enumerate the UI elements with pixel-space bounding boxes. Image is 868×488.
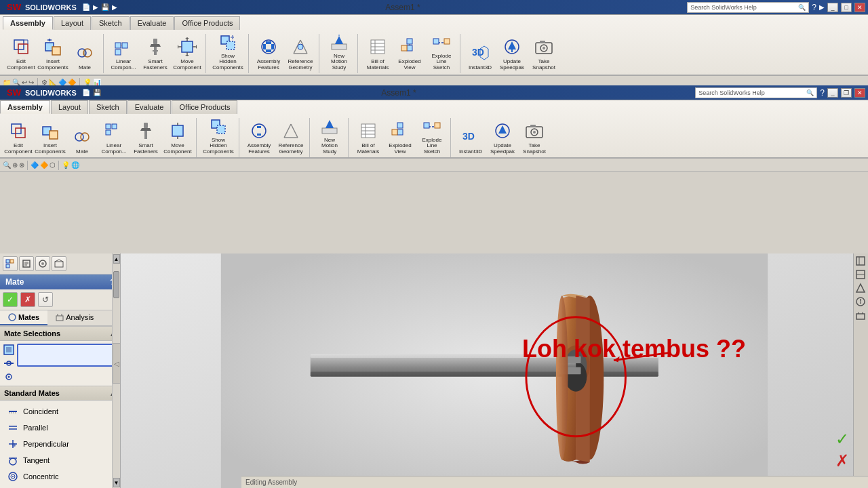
bg-tab-evaluate[interactable]: Evaluate	[130, 16, 174, 30]
bg-btn-linear[interactable]: Linear Compon...	[108, 34, 139, 73]
panel-icon-1[interactable]	[3, 256, 18, 271]
inner-btn-bill[interactable]: Bill of Materials	[353, 118, 384, 157]
inner-search[interactable]: Search SolidWorks Help 🔍	[695, 87, 817, 98]
inner-btn-snapshot[interactable]: Take Snapshot	[519, 118, 550, 157]
bg-btn-show-hidden[interactable]: Show Hidden Components	[210, 34, 245, 73]
bg-btn-assembly-features[interactable]: Assembly Features	[253, 34, 284, 73]
svg-rect-54	[433, 39, 439, 44]
mate-selection-box[interactable]	[17, 344, 117, 367]
inner-snapshot-icon	[525, 121, 544, 140]
mate-selections-header[interactable]: Mate Selections ▲	[0, 326, 120, 341]
mate-item-lock[interactable]: Lock	[4, 485, 116, 488]
mate-item-perpendicular[interactable]: Perpendicular	[4, 436, 116, 452]
config-icon	[38, 259, 47, 268]
svg-point-124	[9, 314, 16, 321]
inner-tab-assembly[interactable]: Assembly	[0, 100, 50, 114]
bg-btn-smart-fasteners[interactable]: Smart Fasteners	[140, 34, 171, 73]
bg-maximize-btn[interactable]: □	[841, 3, 852, 12]
inner-tool-group-5: Bill of Materials Exploded View	[350, 118, 451, 157]
right-icon-4[interactable]	[854, 296, 867, 308]
bg-btn-move-component[interactable]: Move Component	[172, 34, 203, 73]
bg-ribbon-tabs: Assembly Layout Sketch Evaluate Office P…	[3, 16, 865, 30]
panel-collapse-btn[interactable]: ◁	[113, 343, 121, 384]
panel-icon-3[interactable]	[35, 256, 50, 271]
right-icon-1[interactable]	[854, 255, 867, 267]
bg-btn-insert-components[interactable]: Insert Components	[37, 34, 68, 73]
inner-btn-new-motion[interactable]: New Motion Study	[314, 118, 345, 157]
svg-rect-51	[401, 45, 407, 51]
mate-cancel-btn[interactable]: ✗	[20, 292, 35, 307]
svg-rect-114	[6, 264, 9, 268]
mate-tabs: Mates Analysis	[0, 310, 120, 326]
viewport-ok-btn[interactable]: ✓	[835, 430, 849, 449]
inner-btn-update[interactable]: Update Speedpak	[487, 118, 518, 157]
inner-btn-instant3d[interactable]: 3D Instant3D	[455, 118, 486, 157]
inner-btn-edit-component[interactable]: Edit Component	[3, 118, 34, 157]
mate-ok-btn[interactable]: ✓	[3, 292, 18, 307]
mate-item-parallel[interactable]: Parallel	[4, 420, 116, 436]
inner-btn-mate[interactable]: Mate	[66, 118, 98, 157]
bg-btn-update-speedpak[interactable]: Update Speedpak	[496, 34, 528, 73]
bg-btn-bill-materials[interactable]: Bill of Materials	[362, 34, 393, 73]
inner-tab-sketch[interactable]: Sketch	[89, 100, 127, 114]
svg-rect-5	[52, 47, 60, 55]
tab-analysis[interactable]: Analysis	[47, 310, 102, 325]
inner-btn-explode-line[interactable]: Explode Line Sketch	[416, 118, 448, 157]
bg-btn-instant3d[interactable]: 3D Instant3D	[465, 34, 496, 73]
bg-tab-office[interactable]: Office Products	[174, 16, 240, 30]
inner-btn-linear[interactable]: Linear Compon...	[98, 118, 130, 157]
mate-item-concentric[interactable]: Concentric	[4, 468, 116, 485]
move-component-icon	[178, 37, 197, 56]
bg-title-bar: SW SOLIDWORKS 📄 ▶ 💾 ▶ Assem1 * Search So…	[0, 0, 868, 15]
inner-tab-layout[interactable]: Layout	[51, 100, 88, 114]
inner-restore-btn[interactable]: ❐	[841, 88, 852, 98]
inner-btn-exploded-view[interactable]: Exploded View	[384, 118, 416, 157]
inner-btn-assembly-features[interactable]: Assembly Features	[243, 118, 275, 157]
right-icon-5[interactable]	[854, 309, 867, 321]
right-icon-2-svg	[855, 269, 866, 280]
bg-close-btn[interactable]: ✕	[854, 3, 865, 12]
inner-btn-move[interactable]: Move Component	[162, 118, 193, 157]
inner-tab-evaluate[interactable]: Evaluate	[127, 100, 172, 114]
svg-marker-105	[498, 125, 507, 134]
bg-search[interactable]: Search SolidWorks Help 🔍	[687, 2, 809, 13]
inner-tab-office[interactable]: Office Products	[172, 100, 237, 114]
mate-redo-btn[interactable]: ↺	[38, 292, 53, 307]
inner-btn-insert-components[interactable]: Insert Components	[35, 118, 66, 157]
inner-close-btn[interactable]: ✕	[854, 88, 865, 98]
bg-btn-explode-line[interactable]: Explode Line Sketch	[426, 34, 457, 73]
right-icon-2[interactable]	[854, 268, 867, 281]
svg-rect-161	[311, 371, 658, 376]
inner-btn-smart[interactable]: Smart Fasteners	[130, 118, 161, 157]
panel-icon-2[interactable]	[19, 256, 34, 271]
bg-btn-take-snapshot[interactable]: Take Snapshot	[528, 34, 559, 73]
bg-tab-sketch[interactable]: Sketch	[92, 16, 130, 30]
viewport-x-btn[interactable]: ✗	[835, 451, 849, 470]
bg-tab-assembly[interactable]: Assembly	[3, 16, 53, 30]
standard-mates-header[interactable]: Standard Mates ▲	[0, 386, 120, 401]
inner-help[interactable]: ?	[820, 88, 825, 98]
mate-item-tangent[interactable]: Tangent	[4, 452, 116, 468]
svg-marker-23	[185, 55, 189, 56]
bg-minimize-btn[interactable]: _	[827, 3, 838, 12]
right-icon-3[interactable]	[854, 282, 867, 294]
svg-marker-25	[178, 45, 179, 49]
bg-btn-edit-component[interactable]: Edit Component	[5, 34, 37, 73]
mate-item-coincident[interactable]: Coincident	[4, 403, 116, 420]
svg-marker-179	[856, 284, 865, 292]
viewport-svg	[121, 253, 868, 488]
inner-minimize-btn[interactable]: _	[827, 88, 838, 98]
panel-icon-4[interactable]	[52, 256, 66, 271]
bg-btn-new-motion[interactable]: New Motion Study	[323, 34, 355, 73]
inner-btn-reference-geometry[interactable]: Reference Geometry	[275, 118, 307, 157]
tab-mates[interactable]: Mates	[0, 310, 47, 325]
mate-icon	[75, 43, 94, 62]
bg-btn-exploded-view[interactable]: Exploded View	[394, 34, 425, 73]
main-viewport: Loh kok tembus ?? ✓ ✗	[121, 253, 868, 488]
bg-btn-reference-geometry[interactable]: Reference Geometry	[285, 34, 316, 73]
inner-btn-show-hidden[interactable]: Show Hidden Components	[201, 118, 236, 157]
inner-show-hidden-icon	[209, 117, 228, 136]
inner-motion-icon	[320, 117, 339, 136]
bg-tab-layout[interactable]: Layout	[54, 16, 91, 30]
bg-btn-mate[interactable]: Mate	[69, 34, 100, 73]
